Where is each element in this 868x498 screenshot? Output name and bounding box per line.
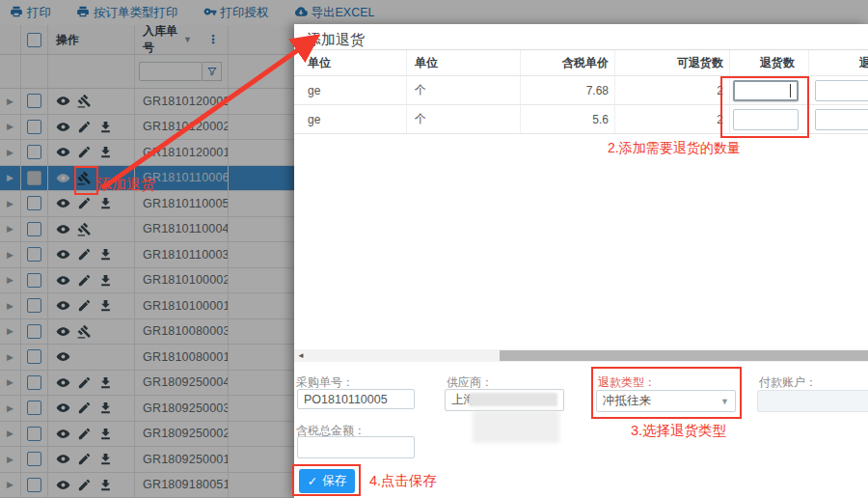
item-unit-2: 个 xyxy=(407,105,521,133)
horizontal-scrollbar[interactable]: ◄ xyxy=(294,349,868,362)
refund-type-label: 退款类型： xyxy=(598,374,656,391)
refund-type-value: 冲抵往来 xyxy=(603,393,651,409)
add-return-modal: 添加退货 单位 单位 含税单价 可退货数 退货数 退 ge个7.682ge个5.… xyxy=(294,24,868,498)
return-qty-input[interactable] xyxy=(733,109,799,130)
item-unit-1: ge xyxy=(294,105,407,133)
save-button-label: 保存 xyxy=(322,473,346,489)
header-return-qty: 退货数 xyxy=(730,50,809,75)
check-icon: ✓ xyxy=(308,474,317,488)
item-unit-1: ge xyxy=(294,76,407,104)
po-number-input[interactable] xyxy=(297,389,415,409)
modal-title: 添加退货 xyxy=(307,31,365,49)
screen: 打印按订单类型打印打印授权导出EXCEL 操作 入库单号 ▼ ⋮ 状态 xyxy=(0,0,868,498)
item-returnable-qty: 2 xyxy=(615,76,730,104)
supplier-redaction xyxy=(469,393,557,406)
item-return-qty-cell xyxy=(730,105,809,133)
item-return-amount-cell xyxy=(809,76,868,104)
text-cursor xyxy=(790,84,792,97)
item-price-with-tax: 5.6 xyxy=(521,105,615,133)
payment-account-select[interactable]: ▼ xyxy=(757,390,868,412)
item-unit-2: 个 xyxy=(407,76,521,104)
return-items-table: 单位 单位 含税单价 可退货数 退货数 退 ge个7.682ge个5.62 xyxy=(294,49,868,134)
header-unit-2: 单位 xyxy=(407,50,521,75)
save-button[interactable]: ✓ 保存 xyxy=(299,469,355,493)
return-qty-wrap xyxy=(733,109,799,130)
item-return-amount-cell xyxy=(809,105,868,133)
supplier-input[interactable]: 上海 xyxy=(445,389,564,411)
scrollbar-thumb[interactable] xyxy=(500,350,868,361)
header-price-with-tax: 含税单价 xyxy=(521,50,615,75)
return-table-header: 单位 单位 含税单价 可退货数 退货数 退 xyxy=(294,50,868,76)
item-price-with-tax: 7.68 xyxy=(521,76,615,104)
payment-account-label: 付款账户： xyxy=(759,374,817,391)
return-item-row: ge个7.682 xyxy=(294,76,868,105)
return-qty-wrap xyxy=(733,80,799,101)
return-amount-input[interactable] xyxy=(815,109,868,130)
chevron-down-icon: ▼ xyxy=(720,397,729,406)
return-item-row: ge个5.62 xyxy=(294,105,868,134)
header-unit-1: 单位 xyxy=(294,50,407,75)
header-returnable-qty: 可退货数 xyxy=(615,50,730,75)
supplier-redaction-overflow xyxy=(473,410,559,443)
header-return-amount-partial: 退 xyxy=(809,50,868,75)
refund-type-select[interactable]: 冲抵往来 ▼ xyxy=(596,390,736,412)
scroll-left-arrow-icon[interactable]: ◄ xyxy=(297,351,305,360)
total-amount-input[interactable] xyxy=(297,436,415,458)
item-returnable-qty: 2 xyxy=(615,105,730,133)
item-return-qty-cell xyxy=(730,76,809,104)
return-amount-input[interactable] xyxy=(815,80,868,101)
return-table-body: ge个7.682ge个5.62 xyxy=(294,76,868,134)
